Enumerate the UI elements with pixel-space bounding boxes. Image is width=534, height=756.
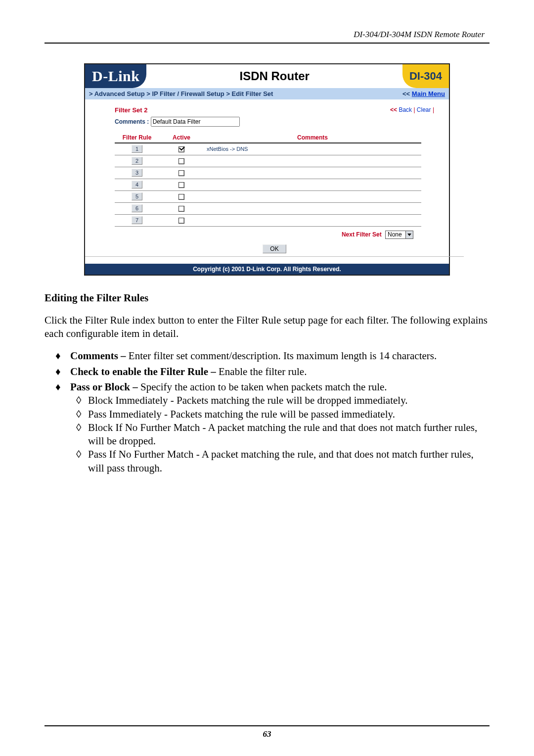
chevron-down-icon[interactable] [406, 231, 413, 239]
filter-rule-button[interactable]: 7 [132, 216, 142, 224]
rule-comment: xNetBios -> DNS [204, 143, 421, 155]
active-checkbox[interactable] [178, 158, 184, 164]
rule-comment [204, 202, 421, 214]
list-item-label: Pass or Block – [70, 381, 138, 393]
rule-comment [204, 179, 421, 190]
comments-label: Comments : [115, 118, 149, 125]
list-item: Pass or Block – Specify the action to be… [70, 380, 490, 475]
router-screenshot: D-Link ISDN Router DI-304 > Advanced Set… [84, 63, 450, 276]
table-row: 7 [115, 214, 421, 226]
filter-rules-table: Filter Rule Active Comments 1xNetBios ->… [115, 133, 421, 227]
section-title: Editing the Filter Rules [44, 291, 490, 305]
filter-rule-button[interactable]: 2 [132, 157, 142, 165]
sub-list-item: Pass Immediately - Packets matching the … [88, 408, 490, 421]
table-row: 5 [115, 190, 421, 202]
list-item-label: Comments – [70, 350, 126, 362]
filter-rule-button[interactable]: 3 [132, 169, 142, 177]
brand-logo: D-Link [92, 68, 139, 85]
rule-comment [204, 155, 421, 167]
breadcrumb: > Advanced Setup > IP Filter / Firewall … [85, 88, 449, 99]
filter-rule-button[interactable]: 5 [132, 192, 142, 200]
back-arrows: << [390, 106, 399, 113]
list-item-label: Check to enable the Filter Rule – [70, 366, 216, 378]
list-item-text: Enter filter set comment/description. It… [126, 350, 437, 362]
next-filter-set-value: None [385, 231, 406, 239]
breadcrumb-path: > Advanced Setup > IP Filter / Firewall … [89, 90, 273, 97]
comments-input[interactable] [151, 117, 240, 127]
filter-set-links: << Back | Clear | [390, 106, 434, 114]
filter-rule-button[interactable]: 4 [132, 181, 142, 189]
active-checkbox[interactable] [178, 182, 184, 188]
comments-row: Comments : [115, 117, 434, 127]
table-row: 3 [115, 167, 421, 179]
rule-comment [204, 214, 421, 226]
active-checkbox[interactable] [178, 170, 184, 176]
list-item: Comments – Enter filter set comment/desc… [70, 349, 490, 363]
horizontal-rule [44, 43, 490, 44]
router-top-bar: D-Link ISDN Router DI-304 [85, 64, 449, 88]
table-row: 1xNetBios -> DNS [115, 143, 421, 155]
sub-list-item: Block If No Further Match - A packet mat… [88, 421, 490, 448]
active-checkbox[interactable] [178, 206, 184, 212]
next-filter-set-row: Next Filter Set None [115, 231, 434, 239]
list-item: Check to enable the Filter Rule – Enable… [70, 365, 490, 378]
col-rule: Filter Rule [115, 133, 159, 143]
list-item-text: Specify the action to be taken when pack… [138, 381, 387, 393]
back-link[interactable]: Back [399, 106, 412, 113]
next-filter-set-label: Next Filter Set [342, 231, 382, 237]
main-menu-prefix: << [402, 90, 412, 97]
page-header: DI-304/DI-304M ISDN Remote Router [44, 30, 490, 40]
list-item-text: Enable the filter rule. [216, 366, 307, 378]
rule-comment [204, 167, 421, 179]
rule-comment [204, 190, 421, 202]
copyright-footer: Copyright (c) 2001 D-Link Corp. All Righ… [85, 264, 449, 275]
svg-marker-0 [407, 234, 411, 236]
table-row: 2 [115, 155, 421, 167]
model-badge: DI-304 [402, 64, 449, 88]
logo-wrap: D-Link [85, 64, 146, 88]
document-body: Editing the Filter Rules Click the Filte… [44, 291, 490, 475]
main-menu-wrap: << Main Menu [402, 90, 445, 97]
next-filter-set-select[interactable]: None [385, 231, 413, 239]
table-row: 4 [115, 179, 421, 190]
filter-rule-button[interactable]: 1 [132, 145, 142, 153]
separator: | [412, 106, 417, 113]
page-number: 63 [0, 729, 534, 739]
active-checkbox[interactable] [178, 146, 184, 152]
trail-pipe: | [431, 106, 434, 113]
sub-list-item: Block Immediately - Packets matching the… [88, 394, 490, 407]
horizontal-rule-bottom [44, 725, 490, 726]
clear-link[interactable]: Clear [417, 106, 431, 113]
filter-set-label: Filter Set 2 [115, 106, 147, 114]
col-comments: Comments [204, 133, 421, 143]
table-row: 6 [115, 202, 421, 214]
sub-list-item: Pass If No Further Match - A packet matc… [88, 448, 490, 475]
main-menu-link[interactable]: Main Menu [412, 90, 445, 97]
active-checkbox[interactable] [178, 194, 184, 200]
col-active: Active [159, 133, 204, 143]
router-title: ISDN Router [146, 69, 402, 83]
filter-rule-button[interactable]: 6 [132, 204, 142, 212]
active-checkbox[interactable] [178, 218, 184, 224]
section-intro: Click the Filter Rule index button to en… [44, 314, 490, 341]
ok-button[interactable]: OK [263, 244, 286, 253]
